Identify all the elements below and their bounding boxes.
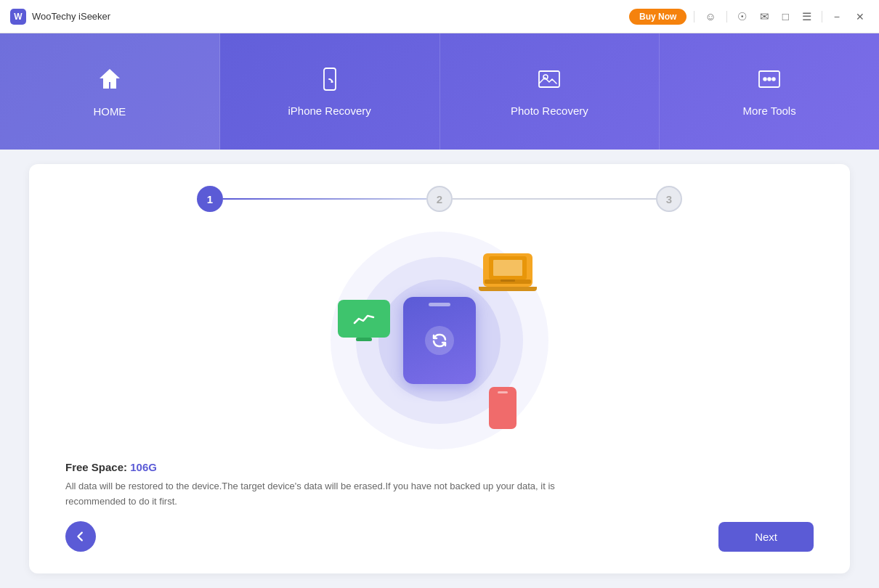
nav-home[interactable]: HOME bbox=[0, 33, 220, 150]
mail-icon[interactable]: ✉ bbox=[757, 9, 772, 25]
step-3: 3 bbox=[656, 186, 682, 212]
svg-point-6 bbox=[772, 78, 775, 81]
info-description: All data will be restored to the device.… bbox=[65, 479, 574, 510]
nav-more-tools[interactable]: More Tools bbox=[660, 33, 879, 150]
free-space-value: 106G bbox=[130, 461, 157, 473]
app-icon: W bbox=[10, 9, 26, 25]
illustration bbox=[65, 226, 814, 454]
svg-point-4 bbox=[763, 78, 766, 81]
separator3 bbox=[822, 11, 822, 23]
settings-icon[interactable]: ☉ bbox=[734, 9, 750, 25]
step-line-1-2 bbox=[223, 198, 426, 200]
more-tools-label: More Tools bbox=[743, 105, 796, 117]
svg-rect-1 bbox=[539, 71, 559, 87]
next-button[interactable]: Next bbox=[718, 522, 814, 552]
buy-now-button[interactable]: Buy Now bbox=[629, 9, 686, 25]
content-card: 1 2 3 bbox=[29, 164, 850, 573]
phone-center bbox=[403, 297, 476, 384]
iphone-recovery-label: iPhone Recovery bbox=[288, 105, 371, 117]
title-bar: W WooTechy iSeeker Buy Now ☺ ☉ ✉ □ ☰ − ✕ bbox=[0, 0, 879, 33]
steps-bar: 1 2 3 bbox=[65, 186, 814, 212]
title-bar-left: W WooTechy iSeeker bbox=[10, 9, 110, 25]
free-space-label: Free Space: 106G bbox=[65, 461, 814, 473]
close-button[interactable]: ✕ bbox=[851, 9, 869, 24]
user-icon[interactable]: ☺ bbox=[702, 9, 718, 24]
separator2 bbox=[726, 11, 727, 23]
minimize-button[interactable]: − bbox=[830, 9, 844, 24]
circles-container bbox=[331, 232, 548, 449]
title-bar-right: Buy Now ☺ ☉ ✉ □ ☰ − ✕ bbox=[629, 9, 869, 25]
info-section: Free Space: 106G All data will be restor… bbox=[65, 461, 814, 510]
main-content: 1 2 3 bbox=[0, 150, 879, 588]
menu-icon[interactable]: ☰ bbox=[799, 9, 814, 25]
home-icon bbox=[97, 66, 123, 98]
refresh-icon bbox=[425, 326, 454, 355]
float-laptop bbox=[483, 253, 532, 287]
nav-iphone-recovery[interactable]: iPhone Recovery bbox=[220, 33, 440, 150]
svg-rect-8 bbox=[493, 260, 522, 276]
bottom-bar: Next bbox=[65, 521, 814, 552]
app-title: WooTechy iSeeker bbox=[32, 11, 110, 22]
svg-point-5 bbox=[768, 78, 771, 81]
photo-recovery-icon bbox=[536, 66, 562, 97]
back-button[interactable] bbox=[65, 521, 96, 552]
phone-notch bbox=[429, 303, 450, 306]
chat-icon[interactable]: □ bbox=[779, 9, 792, 24]
float-chart-card bbox=[338, 300, 390, 338]
iphone-recovery-icon bbox=[317, 66, 343, 97]
nav-photo-recovery[interactable]: Photo Recovery bbox=[440, 33, 660, 150]
home-label: HOME bbox=[93, 105, 126, 118]
separator bbox=[694, 11, 694, 23]
nav-bar: HOME iPhone Recovery Photo Recovery bbox=[0, 33, 879, 150]
float-small-phone bbox=[489, 387, 517, 429]
svg-rect-10 bbox=[501, 279, 515, 282]
photo-recovery-label: Photo Recovery bbox=[511, 105, 588, 117]
step-1: 1 bbox=[197, 186, 223, 212]
step-line-2-3 bbox=[453, 198, 656, 200]
step-2: 2 bbox=[426, 186, 453, 212]
more-tools-icon bbox=[756, 66, 782, 97]
